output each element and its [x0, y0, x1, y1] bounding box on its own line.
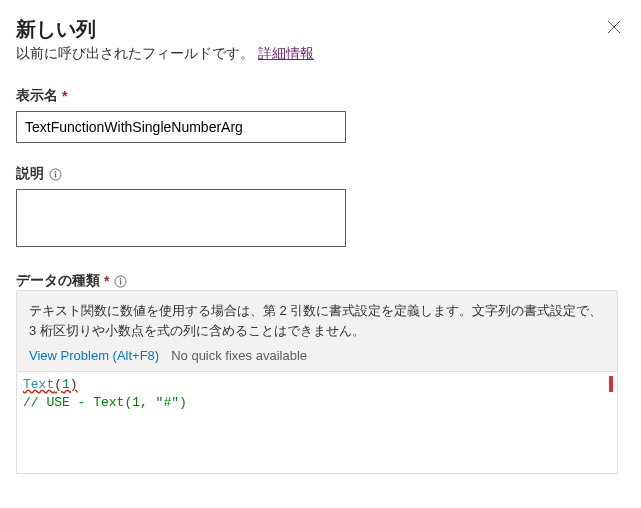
required-marker: *: [62, 88, 67, 104]
error-tooltip: テキスト関数に数値を使用する場合は、第 2 引数に書式設定を定義します。文字列の…: [16, 290, 618, 372]
code-close-paren: ): [70, 377, 78, 392]
svg-rect-5: [120, 280, 121, 284]
close-icon: [607, 20, 621, 34]
description-label: 説明: [16, 165, 625, 183]
data-type-field: データの種類 * テキスト関数に数値を使用する場合は、第 2 引数に書式設定を定…: [16, 272, 625, 474]
data-type-label: データの種類 *: [16, 272, 625, 290]
code-comment: // USE - Text(1, "#"): [23, 395, 187, 410]
svg-rect-2: [54, 173, 55, 177]
display-name-field: 表示名 *: [16, 87, 625, 143]
cursor-indicator: [609, 376, 613, 392]
code-function: Text: [23, 377, 54, 392]
display-name-label: 表示名 *: [16, 87, 625, 105]
close-button[interactable]: [603, 16, 625, 38]
svg-point-4: [120, 277, 122, 279]
display-name-label-text: 表示名: [16, 87, 58, 105]
code-open-paren: (: [54, 377, 62, 392]
formula-editor[interactable]: Text(1) // USE - Text(1, "#"): [16, 372, 618, 474]
code-arg: 1: [62, 377, 70, 392]
view-problem-link[interactable]: View Problem (Alt+F8): [29, 348, 159, 363]
description-label-text: 説明: [16, 165, 44, 183]
header-row: 新しい列: [16, 16, 625, 45]
panel-subtitle: 以前に呼び出されたフィールドです。 詳細情報: [16, 45, 625, 63]
error-message: テキスト関数に数値を使用する場合は、第 2 引数に書式設定を定義します。文字列の…: [29, 301, 605, 340]
display-name-input[interactable]: [16, 111, 346, 143]
new-column-panel: 新しい列 以前に呼び出されたフィールドです。 詳細情報 表示名 * 説明 データ…: [0, 0, 641, 508]
data-type-label-text: データの種類: [16, 272, 100, 290]
info-icon: [48, 167, 62, 181]
tooltip-actions: View Problem (Alt+F8)No quick fixes avai…: [29, 348, 605, 363]
more-info-link[interactable]: 詳細情報: [258, 45, 314, 61]
info-icon: [113, 274, 127, 288]
description-input[interactable]: [16, 189, 346, 247]
svg-point-1: [54, 170, 56, 172]
no-fixes-text: No quick fixes available: [171, 348, 307, 363]
required-marker: *: [104, 273, 109, 289]
panel-title: 新しい列: [16, 16, 96, 43]
description-field: 説明: [16, 165, 625, 250]
subtitle-text: 以前に呼び出されたフィールドです。: [16, 45, 258, 61]
